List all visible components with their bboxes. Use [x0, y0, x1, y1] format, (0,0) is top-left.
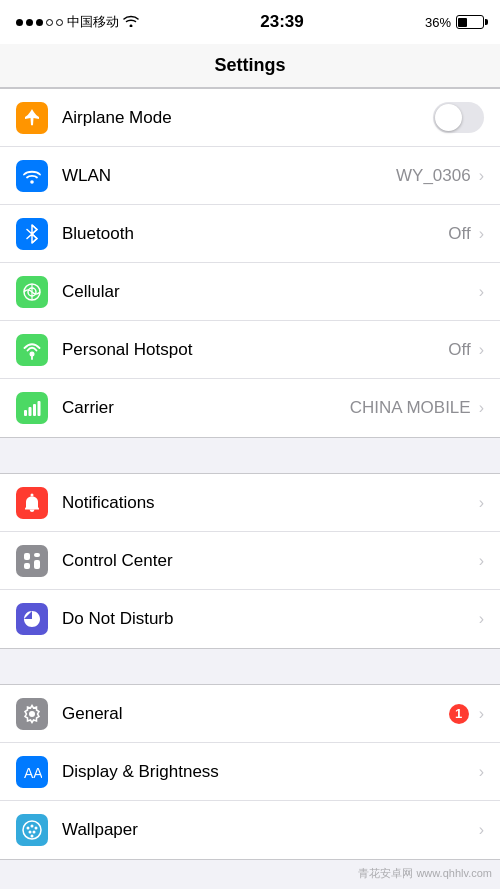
status-time: 23:39	[260, 12, 303, 32]
airplane-mode-toggle[interactable]	[433, 102, 484, 133]
svg-point-21	[29, 831, 32, 834]
svg-point-22	[33, 831, 36, 834]
carrier-label: 中国移动	[67, 13, 119, 31]
cellular-chevron: ›	[479, 283, 484, 301]
display-label: Display & Brightness	[62, 762, 477, 782]
svg-rect-14	[34, 560, 40, 569]
wallpaper-chevron: ›	[479, 821, 484, 839]
carrier-value: CHINA MOBILE	[350, 398, 471, 418]
bluetooth-label: Bluetooth	[62, 224, 448, 244]
hotspot-icon	[16, 334, 48, 366]
svg-rect-7	[29, 407, 32, 416]
row-cellular[interactable]: Cellular ›	[0, 263, 500, 321]
row-dnd[interactable]: Do Not Disturb ›	[0, 590, 500, 648]
status-bar: 中国移动 23:39 36%	[0, 0, 500, 44]
svg-rect-13	[24, 563, 30, 569]
svg-point-0	[30, 180, 34, 184]
general-chevron: ›	[479, 705, 484, 723]
dot3	[36, 19, 43, 26]
airplane-mode-label: Airplane Mode	[62, 108, 425, 128]
settings-group-system: Notifications › Control Center ›	[0, 473, 500, 649]
dnd-label: Do Not Disturb	[62, 609, 477, 629]
hotspot-chevron: ›	[479, 341, 484, 359]
row-notifications[interactable]: Notifications ›	[0, 474, 500, 532]
general-icon	[16, 698, 48, 730]
row-general[interactable]: General 1 ›	[0, 685, 500, 743]
display-icon: AA	[16, 756, 48, 788]
svg-point-15	[29, 711, 35, 717]
row-bluetooth[interactable]: Bluetooth Off ›	[0, 205, 500, 263]
general-badge: 1	[449, 704, 469, 724]
svg-text:AA: AA	[24, 765, 42, 780]
row-hotspot[interactable]: Personal Hotspot Off ›	[0, 321, 500, 379]
svg-point-23	[31, 835, 34, 838]
row-wlan[interactable]: WLAN WY_0306 ›	[0, 147, 500, 205]
wallpaper-icon	[16, 814, 48, 846]
carrier-icon	[16, 392, 48, 424]
bluetooth-value: Off	[448, 224, 470, 244]
dot4	[46, 19, 53, 26]
svg-rect-12	[34, 553, 40, 557]
svg-rect-11	[24, 553, 30, 560]
bluetooth-icon	[16, 218, 48, 250]
status-left: 中国移动	[16, 13, 139, 31]
wlan-icon	[16, 160, 48, 192]
wifi-status-icon	[123, 14, 139, 30]
nav-bar: Settings	[0, 44, 500, 88]
wallpaper-label: Wallpaper	[62, 820, 477, 840]
control-center-label: Control Center	[62, 551, 477, 571]
svg-point-20	[35, 827, 38, 830]
status-right: 36%	[425, 15, 484, 30]
svg-point-19	[31, 825, 34, 828]
svg-point-10	[31, 493, 34, 496]
battery-container	[456, 15, 484, 29]
section-gap-1	[0, 438, 500, 473]
hotspot-value: Off	[448, 340, 470, 360]
svg-rect-8	[33, 404, 36, 416]
battery-fill	[458, 18, 466, 27]
cellular-label: Cellular	[62, 282, 477, 302]
wlan-chevron: ›	[479, 167, 484, 185]
dot1	[16, 19, 23, 26]
wlan-label: WLAN	[62, 166, 396, 186]
dot5	[56, 19, 63, 26]
settings-group-network: Airplane Mode WLAN WY_0306 ›	[0, 88, 500, 438]
settings-group-preferences: General 1 › AA Display & Brightness ›	[0, 684, 500, 860]
carrier-chevron: ›	[479, 399, 484, 417]
dot2	[26, 19, 33, 26]
control-center-chevron: ›	[479, 552, 484, 570]
svg-rect-6	[24, 410, 27, 416]
svg-point-18	[27, 827, 30, 830]
watermark: 青花安卓网 www.qhhlv.com	[358, 866, 492, 881]
notifications-icon	[16, 487, 48, 519]
svg-rect-9	[38, 401, 41, 416]
row-airplane-mode[interactable]: Airplane Mode	[0, 89, 500, 147]
battery-percent: 36%	[425, 15, 451, 30]
page-title: Settings	[214, 55, 285, 76]
notifications-chevron: ›	[479, 494, 484, 512]
row-control-center[interactable]: Control Center ›	[0, 532, 500, 590]
wlan-value: WY_0306	[396, 166, 471, 186]
notifications-label: Notifications	[62, 493, 477, 513]
dnd-icon	[16, 603, 48, 635]
bluetooth-chevron: ›	[479, 225, 484, 243]
general-label: General	[62, 704, 449, 724]
cellular-icon	[16, 276, 48, 308]
airplane-mode-icon	[16, 102, 48, 134]
row-display[interactable]: AA Display & Brightness ›	[0, 743, 500, 801]
hotspot-label: Personal Hotspot	[62, 340, 448, 360]
row-carrier[interactable]: Carrier CHINA MOBILE ›	[0, 379, 500, 437]
battery-box	[456, 15, 484, 29]
settings-content: Airplane Mode WLAN WY_0306 ›	[0, 88, 500, 860]
section-gap-2	[0, 649, 500, 684]
row-wallpaper[interactable]: Wallpaper ›	[0, 801, 500, 859]
control-center-icon	[16, 545, 48, 577]
signal-dots	[16, 19, 63, 26]
toggle-knob	[435, 104, 462, 131]
dnd-chevron: ›	[479, 610, 484, 628]
carrier-label: Carrier	[62, 398, 350, 418]
display-chevron: ›	[479, 763, 484, 781]
